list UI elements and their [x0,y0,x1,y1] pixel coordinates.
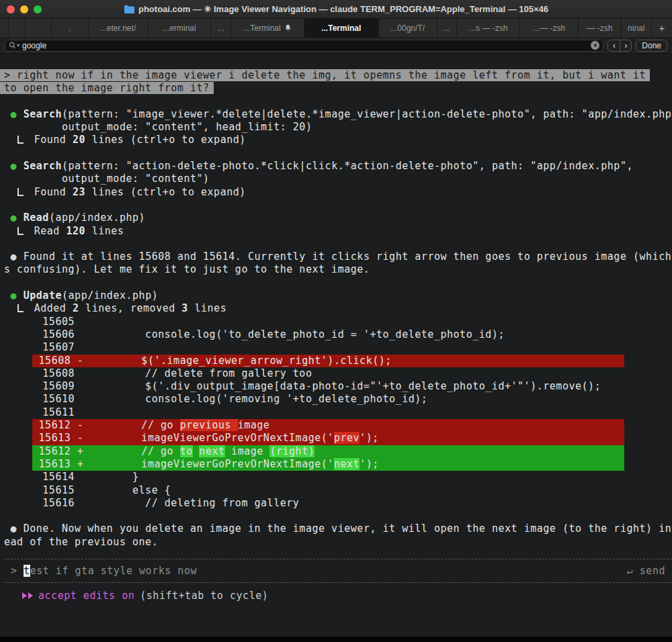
bell-icon [284,24,292,32]
terminal-line: 15606 console.log('to_delete_photo_id = … [4,328,672,341]
zoom-window-button[interactable] [34,5,42,13]
tab-label: ...s — -zsh [469,24,507,33]
tab-label: ...eter.net/ [100,24,136,33]
tab[interactable]: ...eter.net/ [89,19,149,37]
tab[interactable]: ... [437,19,458,37]
mode-label: accept edits on [38,590,134,602]
branch-corner-icon [17,304,24,312]
close-window-button[interactable] [7,5,15,13]
terminal-line: s confusing). Let me fix it to just go t… [4,263,672,276]
prompt-input[interactable]: > test if gta style works now [11,565,197,577]
terminal-line: > right now if in the image viewer i del… [4,69,672,82]
new-tab-button[interactable]: + [652,19,672,37]
terminal-line [4,147,672,160]
terminal-line: output_mode: "content") [4,173,672,185]
tab-label: ...— -zsh [533,24,565,33]
tab[interactable]: ninal [622,19,652,37]
find-next-button[interactable]: › [620,40,631,51]
tab[interactable]: ...— -zsh [520,19,579,37]
clear-search-icon[interactable]: × [591,41,599,50]
tab-bar: ....eter.net/...erminal......Terminal...… [0,19,672,37]
terminal-line: Added 2 lines, removed 3 lines [4,302,672,315]
terminal-line: 15608 - $('.image_viewer_arrow_right').c… [4,355,672,367]
tab[interactable]: — -zsh [579,19,621,37]
branch-corner-icon [17,227,24,235]
prompt-text: est if gta style works now [30,565,197,577]
tab[interactable] [0,19,9,37]
tab-label: ...Terminal [243,24,280,33]
terminal-line: 15613 - imageViewerGoPrevOrNextImage('pr… [4,432,672,445]
done-button[interactable]: Done [636,40,667,52]
tab-label: — -zsh [587,24,612,33]
terminal-line [4,95,672,108]
diff-removed-line: 15612 - // go previous image [32,419,624,432]
terminal-window: photoai.com — ✳ Image Viewer Navigation … [0,0,672,642]
terminal-line: 15610 console.log('removing '+to_delete_… [4,393,672,406]
tab[interactable] [26,19,52,37]
find-navigation: ‹ › [607,40,632,52]
terminal-line: ● Done. Now when you delete an image in … [4,522,672,535]
terminal-line: 15612 - // go previous image [4,419,672,432]
terminal-line: 15615 else { [4,484,672,497]
tab[interactable]: ... [211,19,231,37]
title-bar: photoai.com — ✳ Image Viewer Navigation … [0,0,672,19]
tab-list: ....eter.net/...erminal......Terminal...… [0,19,652,37]
tab-active[interactable]: ...Terminal [304,19,379,37]
tab-label: ninal [628,24,644,33]
terminal-line: Read 120 lines [4,225,672,238]
diff-removed-line: 15608 - $('.image_viewer_arrow_right').c… [32,355,624,367]
minimize-window-button[interactable] [20,5,28,13]
tab-label: ... [444,24,450,33]
terminal-line: 15612 + // go to next image (right) [4,445,672,458]
branch-corner-icon [17,188,24,196]
terminal-line: 15614 } [4,471,672,484]
window-title: photoai.com — ✳ Image Viewer Navigation … [0,4,672,14]
tab[interactable]: . [52,19,88,37]
terminal-line [4,199,672,212]
terminal-line: ● Found it at lines 15608 and 15614. Cur… [4,250,672,263]
find-previous-button[interactable]: ‹ [608,40,620,51]
prompt-input-box[interactable]: > test if gta style works now ↵ send [4,559,672,583]
window-bottom-edge [0,637,672,642]
search-options-chevron-icon[interactable]: ▾ [17,42,19,48]
tab[interactable]: ...erminal [149,19,212,37]
terminal-line [4,510,672,522]
terminal-content: > right now if in the image viewer i del… [0,54,672,637]
tab-label: ... [218,24,224,33]
terminal-line: 15609 $('.div_output_image[data-photo-id… [4,380,672,393]
prompt-caret: > [11,565,24,577]
search-input[interactable]: google [22,41,588,50]
tab[interactable]: ...s — -zsh [457,19,520,37]
terminal-line: ● Search(pattern: "action-delete-photo.*… [4,160,672,173]
terminal-line: Found 20 lines (ctrl+o to expand) [4,134,672,146]
tab[interactable]: ...00gn/T/ [379,19,437,37]
terminal-line: 15611 [4,406,672,419]
fast-forward-icon [22,592,33,599]
tab-label: ...Terminal [321,24,361,33]
find-bar: ▾ google × ‹ › Done [0,37,672,54]
terminal-line [4,277,672,289]
terminal-line: ead of the previous one. [4,536,672,549]
diff-removed-line: 15613 - imageViewerGoPrevOrNextImage('pr… [32,432,624,445]
tab[interactable] [9,19,26,37]
terminal-line: ● Update(app/index.php) [4,289,672,302]
terminal-line: to open the image right from it? [4,82,672,95]
terminal-line: 15616 // deleting from gallery [4,497,672,510]
terminal-line: ● Search(pattern: "image_viewer.*delete|… [4,108,672,121]
mode-hint: (shift+tab to cycle) [140,590,268,602]
tab[interactable]: ...Terminal [231,19,304,37]
terminal-line: 15608 // delete from gallery too [4,367,672,380]
tab-label: ...00gn/T/ [390,24,425,33]
branch-corner-icon [17,136,24,144]
tab-label: ...erminal [163,24,196,33]
diff-added-line: 15612 + // go to next image (right) [32,445,624,458]
terminal-line: 15605 [4,316,672,328]
terminal-line: ● Read(app/index.php) [4,212,672,224]
terminal-line: output_mode: "content", head_limit: 20) [4,121,672,134]
search-icon: ▾ [9,42,19,49]
tab-label: . [69,24,71,33]
folder-icon [124,5,134,13]
terminal-line: 15613 + imageViewerGoPrevOrNextImage('ne… [4,458,672,471]
search-field[interactable]: ▾ google × [5,40,603,52]
terminal-line [4,238,672,250]
